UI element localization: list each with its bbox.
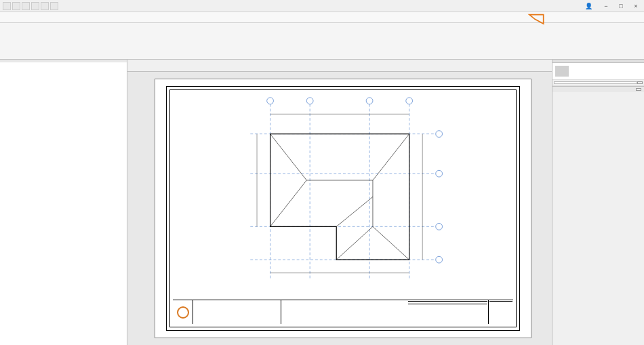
qat-icon[interactable]: [31, 2, 39, 10]
svg-line-17: [373, 134, 409, 180]
svg-line-19: [336, 197, 373, 226]
svg-line-18: [270, 180, 307, 226]
sheet-icon: [555, 66, 569, 77]
quick-access-toolbar: [3, 2, 58, 10]
qat-icon[interactable]: [12, 2, 20, 10]
project-browser-tree: [0, 62, 127, 64]
apply-button[interactable]: [636, 88, 641, 91]
svg-point-9: [306, 98, 313, 104]
canvas-area: [127, 60, 552, 345]
svg-point-8: [267, 98, 274, 104]
title-bar: 👤 − □ ×: [0, 0, 644, 12]
roof-plan-svg: [190, 94, 496, 293]
user-icon[interactable]: 👤: [585, 3, 592, 9]
drawing-viewport[interactable]: [190, 94, 496, 293]
properties-instance-selector[interactable]: [554, 81, 637, 84]
brand-logo: [481, 14, 549, 41]
svg-point-15: [436, 256, 443, 263]
titleblock-number: [489, 300, 513, 324]
svg-point-14: [436, 223, 443, 230]
minimize-button[interactable]: −: [601, 1, 611, 11]
titleblock: [173, 300, 513, 324]
qat-icon[interactable]: [3, 2, 11, 10]
qat-icon[interactable]: [50, 2, 58, 10]
qat-icon[interactable]: [22, 2, 30, 10]
sheet-paper[interactable]: [155, 79, 531, 338]
project-browser: [0, 60, 127, 345]
document-tabs: [127, 60, 552, 72]
svg-line-16: [270, 134, 307, 180]
titleblock-logo: [173, 300, 193, 324]
titleblock-project: [407, 300, 489, 324]
svg-point-12: [436, 131, 443, 138]
edit-type-button[interactable]: [637, 81, 643, 84]
svg-point-13: [436, 170, 443, 177]
svg-line-20: [336, 226, 373, 260]
properties-panel: [552, 60, 644, 345]
qat-icon[interactable]: [41, 2, 49, 10]
svg-point-10: [366, 98, 373, 104]
titleblock-company: [193, 300, 281, 324]
close-button[interactable]: ×: [630, 1, 641, 11]
properties-type-selector[interactable]: [552, 63, 644, 80]
titleblock-signatures: [281, 300, 407, 324]
svg-line-21: [373, 226, 409, 260]
maximize-button[interactable]: □: [616, 1, 626, 11]
svg-point-11: [406, 98, 413, 104]
